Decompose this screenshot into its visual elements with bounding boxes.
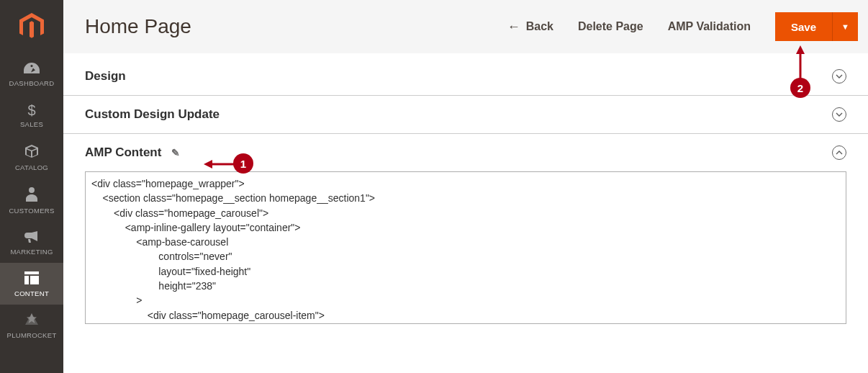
magento-logo[interactable]: [0, 0, 63, 53]
back-button[interactable]: ← Back: [507, 19, 553, 35]
nav-customers[interactable]: CUSTOMERS: [0, 179, 63, 222]
layout-icon: [24, 271, 39, 287]
back-label: Back: [526, 20, 553, 33]
nav-label: MARKETING: [10, 248, 53, 256]
page-title: Home Page: [85, 15, 191, 38]
nav-label: CUSTOMERS: [9, 207, 54, 215]
expand-toggle[interactable]: [832, 107, 846, 122]
chevron-up-icon: [836, 150, 843, 155]
section-title: AMP Content: [85, 145, 161, 160]
nav-label: PLUMROCKET: [7, 331, 57, 339]
magento-logo-icon: [19, 13, 44, 40]
nav-label: SALES: [20, 120, 43, 128]
nav-catalog[interactable]: CATALOG: [0, 135, 63, 179]
section-title: Custom Design Update: [85, 107, 220, 122]
collapse-toggle[interactable]: [832, 145, 846, 160]
nav-dashboard[interactable]: DASHBOARD: [0, 53, 63, 94]
nav-marketing[interactable]: MARKETING: [0, 222, 63, 263]
save-split-button: Save ▼: [775, 12, 858, 41]
main-column: Home Page ← Back Delete Page AMP Validat…: [63, 0, 868, 373]
nav-sales[interactable]: $ SALES: [0, 94, 63, 135]
content-area: Design Custom Design Update AMP Content …: [63, 53, 868, 373]
nav-label: CATALOG: [15, 163, 48, 171]
expand-toggle[interactable]: [832, 69, 846, 84]
delete-page-button[interactable]: Delete Page: [578, 20, 643, 33]
box-icon: [24, 144, 39, 161]
nav-plumrocket[interactable]: PLUMROCKET: [0, 305, 63, 346]
section-title: Design: [85, 69, 126, 84]
save-button[interactable]: Save: [775, 12, 832, 41]
amp-validation-button[interactable]: AMP Validation: [668, 20, 751, 33]
nav-label: DASHBOARD: [9, 79, 55, 87]
header-actions: ← Back Delete Page AMP Validation Save ▼: [507, 12, 858, 41]
nav-label: CONTENT: [14, 289, 49, 297]
dollar-icon: $: [27, 103, 35, 117]
save-dropdown-button[interactable]: ▼: [832, 12, 858, 41]
arrow-left-icon: ←: [507, 19, 520, 35]
amp-content-textarea[interactable]: [85, 171, 846, 324]
section-custom-design[interactable]: Custom Design Update: [63, 96, 868, 134]
megaphone-icon: [24, 230, 39, 245]
person-icon: [26, 187, 37, 204]
nav-content[interactable]: CONTENT: [0, 263, 63, 305]
chevron-down-icon: [836, 112, 843, 117]
amp-content-body: [63, 171, 868, 341]
plumrocket-icon: [25, 313, 38, 328]
pencil-icon[interactable]: ✎: [171, 147, 180, 158]
section-amp-content[interactable]: AMP Content ✎: [63, 134, 868, 171]
admin-sidebar: DASHBOARD $ SALES CATALOG CUSTOMERS MARK…: [0, 0, 63, 373]
caret-down-icon: ▼: [841, 22, 849, 31]
chevron-down-icon: [836, 74, 843, 78]
section-design[interactable]: Design: [63, 53, 868, 96]
gauge-icon: [24, 62, 40, 76]
page-header: Home Page ← Back Delete Page AMP Validat…: [63, 0, 868, 53]
